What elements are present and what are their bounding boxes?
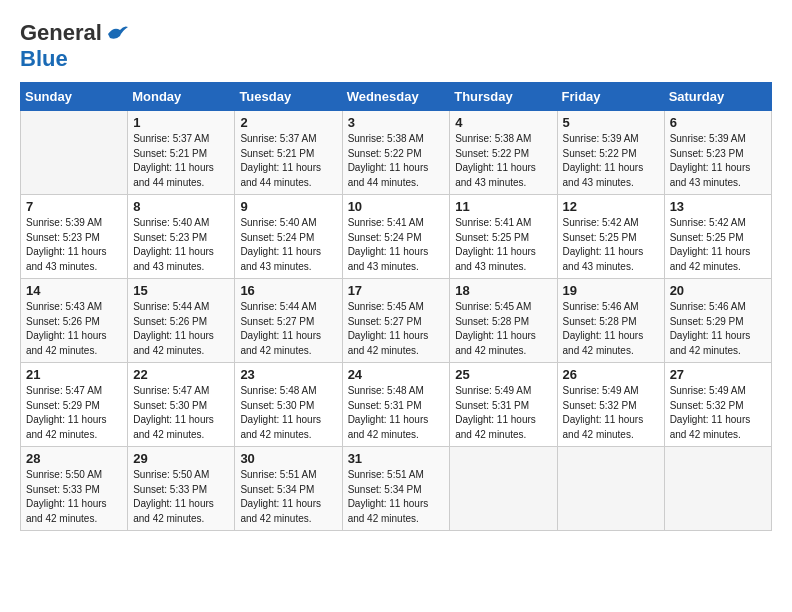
day-info: Sunrise: 5:37 AM Sunset: 5:21 PM Dayligh…	[240, 132, 336, 190]
day-info: Sunrise: 5:41 AM Sunset: 5:24 PM Dayligh…	[348, 216, 445, 274]
day-number: 25	[455, 367, 551, 382]
page-header: General Blue	[20, 20, 772, 72]
day-number: 5	[563, 115, 659, 130]
day-info: Sunrise: 5:51 AM Sunset: 5:34 PM Dayligh…	[348, 468, 445, 526]
day-info: Sunrise: 5:49 AM Sunset: 5:32 PM Dayligh…	[563, 384, 659, 442]
calendar-cell: 20Sunrise: 5:46 AM Sunset: 5:29 PM Dayli…	[664, 279, 771, 363]
day-info: Sunrise: 5:38 AM Sunset: 5:22 PM Dayligh…	[348, 132, 445, 190]
calendar-cell: 31Sunrise: 5:51 AM Sunset: 5:34 PM Dayli…	[342, 447, 450, 531]
calendar-cell: 22Sunrise: 5:47 AM Sunset: 5:30 PM Dayli…	[128, 363, 235, 447]
calendar-cell	[21, 111, 128, 195]
day-number: 12	[563, 199, 659, 214]
day-number: 7	[26, 199, 122, 214]
calendar-cell: 25Sunrise: 5:49 AM Sunset: 5:31 PM Dayli…	[450, 363, 557, 447]
day-info: Sunrise: 5:47 AM Sunset: 5:29 PM Dayligh…	[26, 384, 122, 442]
day-number: 26	[563, 367, 659, 382]
day-number: 1	[133, 115, 229, 130]
day-number: 17	[348, 283, 445, 298]
calendar-cell: 1Sunrise: 5:37 AM Sunset: 5:21 PM Daylig…	[128, 111, 235, 195]
calendar-cell: 17Sunrise: 5:45 AM Sunset: 5:27 PM Dayli…	[342, 279, 450, 363]
calendar-cell: 3Sunrise: 5:38 AM Sunset: 5:22 PM Daylig…	[342, 111, 450, 195]
day-info: Sunrise: 5:45 AM Sunset: 5:27 PM Dayligh…	[348, 300, 445, 358]
day-info: Sunrise: 5:44 AM Sunset: 5:27 PM Dayligh…	[240, 300, 336, 358]
calendar-cell: 7Sunrise: 5:39 AM Sunset: 5:23 PM Daylig…	[21, 195, 128, 279]
calendar-cell: 11Sunrise: 5:41 AM Sunset: 5:25 PM Dayli…	[450, 195, 557, 279]
calendar-cell: 27Sunrise: 5:49 AM Sunset: 5:32 PM Dayli…	[664, 363, 771, 447]
weekday-header-saturday: Saturday	[664, 83, 771, 111]
calendar-table: SundayMondayTuesdayWednesdayThursdayFrid…	[20, 82, 772, 531]
calendar-week-2: 7Sunrise: 5:39 AM Sunset: 5:23 PM Daylig…	[21, 195, 772, 279]
weekday-header-monday: Monday	[128, 83, 235, 111]
calendar-cell: 23Sunrise: 5:48 AM Sunset: 5:30 PM Dayli…	[235, 363, 342, 447]
day-info: Sunrise: 5:49 AM Sunset: 5:31 PM Dayligh…	[455, 384, 551, 442]
day-number: 15	[133, 283, 229, 298]
day-info: Sunrise: 5:47 AM Sunset: 5:30 PM Dayligh…	[133, 384, 229, 442]
calendar-cell: 4Sunrise: 5:38 AM Sunset: 5:22 PM Daylig…	[450, 111, 557, 195]
weekday-header-sunday: Sunday	[21, 83, 128, 111]
calendar-header-row: SundayMondayTuesdayWednesdayThursdayFrid…	[21, 83, 772, 111]
day-number: 31	[348, 451, 445, 466]
day-info: Sunrise: 5:43 AM Sunset: 5:26 PM Dayligh…	[26, 300, 122, 358]
calendar-cell: 2Sunrise: 5:37 AM Sunset: 5:21 PM Daylig…	[235, 111, 342, 195]
day-number: 13	[670, 199, 766, 214]
day-info: Sunrise: 5:39 AM Sunset: 5:23 PM Dayligh…	[26, 216, 122, 274]
calendar-cell: 16Sunrise: 5:44 AM Sunset: 5:27 PM Dayli…	[235, 279, 342, 363]
day-info: Sunrise: 5:45 AM Sunset: 5:28 PM Dayligh…	[455, 300, 551, 358]
logo-general: General	[20, 20, 102, 46]
day-number: 23	[240, 367, 336, 382]
weekday-header-friday: Friday	[557, 83, 664, 111]
calendar-cell: 24Sunrise: 5:48 AM Sunset: 5:31 PM Dayli…	[342, 363, 450, 447]
logo-bird-icon	[106, 24, 128, 42]
day-number: 16	[240, 283, 336, 298]
calendar-cell	[450, 447, 557, 531]
calendar-cell	[557, 447, 664, 531]
calendar-cell: 18Sunrise: 5:45 AM Sunset: 5:28 PM Dayli…	[450, 279, 557, 363]
weekday-header-thursday: Thursday	[450, 83, 557, 111]
weekday-header-wednesday: Wednesday	[342, 83, 450, 111]
calendar-cell: 26Sunrise: 5:49 AM Sunset: 5:32 PM Dayli…	[557, 363, 664, 447]
day-info: Sunrise: 5:41 AM Sunset: 5:25 PM Dayligh…	[455, 216, 551, 274]
day-info: Sunrise: 5:48 AM Sunset: 5:30 PM Dayligh…	[240, 384, 336, 442]
weekday-header-tuesday: Tuesday	[235, 83, 342, 111]
day-number: 11	[455, 199, 551, 214]
day-number: 3	[348, 115, 445, 130]
calendar-cell: 19Sunrise: 5:46 AM Sunset: 5:28 PM Dayli…	[557, 279, 664, 363]
calendar-cell: 6Sunrise: 5:39 AM Sunset: 5:23 PM Daylig…	[664, 111, 771, 195]
day-info: Sunrise: 5:37 AM Sunset: 5:21 PM Dayligh…	[133, 132, 229, 190]
logo: General Blue	[20, 20, 128, 72]
day-info: Sunrise: 5:50 AM Sunset: 5:33 PM Dayligh…	[26, 468, 122, 526]
calendar-cell	[664, 447, 771, 531]
calendar-cell: 28Sunrise: 5:50 AM Sunset: 5:33 PM Dayli…	[21, 447, 128, 531]
calendar-week-3: 14Sunrise: 5:43 AM Sunset: 5:26 PM Dayli…	[21, 279, 772, 363]
calendar-cell: 8Sunrise: 5:40 AM Sunset: 5:23 PM Daylig…	[128, 195, 235, 279]
day-info: Sunrise: 5:42 AM Sunset: 5:25 PM Dayligh…	[670, 216, 766, 274]
day-info: Sunrise: 5:48 AM Sunset: 5:31 PM Dayligh…	[348, 384, 445, 442]
day-number: 24	[348, 367, 445, 382]
day-info: Sunrise: 5:50 AM Sunset: 5:33 PM Dayligh…	[133, 468, 229, 526]
day-number: 10	[348, 199, 445, 214]
calendar-cell: 10Sunrise: 5:41 AM Sunset: 5:24 PM Dayli…	[342, 195, 450, 279]
day-number: 2	[240, 115, 336, 130]
day-info: Sunrise: 5:42 AM Sunset: 5:25 PM Dayligh…	[563, 216, 659, 274]
calendar-cell: 13Sunrise: 5:42 AM Sunset: 5:25 PM Dayli…	[664, 195, 771, 279]
calendar-week-1: 1Sunrise: 5:37 AM Sunset: 5:21 PM Daylig…	[21, 111, 772, 195]
calendar-cell: 9Sunrise: 5:40 AM Sunset: 5:24 PM Daylig…	[235, 195, 342, 279]
logo-blue: Blue	[20, 46, 68, 72]
day-number: 8	[133, 199, 229, 214]
day-info: Sunrise: 5:44 AM Sunset: 5:26 PM Dayligh…	[133, 300, 229, 358]
day-info: Sunrise: 5:40 AM Sunset: 5:23 PM Dayligh…	[133, 216, 229, 274]
calendar-cell: 12Sunrise: 5:42 AM Sunset: 5:25 PM Dayli…	[557, 195, 664, 279]
day-number: 27	[670, 367, 766, 382]
day-number: 4	[455, 115, 551, 130]
day-info: Sunrise: 5:40 AM Sunset: 5:24 PM Dayligh…	[240, 216, 336, 274]
day-number: 18	[455, 283, 551, 298]
calendar-week-5: 28Sunrise: 5:50 AM Sunset: 5:33 PM Dayli…	[21, 447, 772, 531]
day-number: 19	[563, 283, 659, 298]
calendar-cell: 21Sunrise: 5:47 AM Sunset: 5:29 PM Dayli…	[21, 363, 128, 447]
day-info: Sunrise: 5:46 AM Sunset: 5:29 PM Dayligh…	[670, 300, 766, 358]
day-number: 28	[26, 451, 122, 466]
day-info: Sunrise: 5:39 AM Sunset: 5:22 PM Dayligh…	[563, 132, 659, 190]
day-info: Sunrise: 5:38 AM Sunset: 5:22 PM Dayligh…	[455, 132, 551, 190]
calendar-cell: 30Sunrise: 5:51 AM Sunset: 5:34 PM Dayli…	[235, 447, 342, 531]
day-number: 20	[670, 283, 766, 298]
